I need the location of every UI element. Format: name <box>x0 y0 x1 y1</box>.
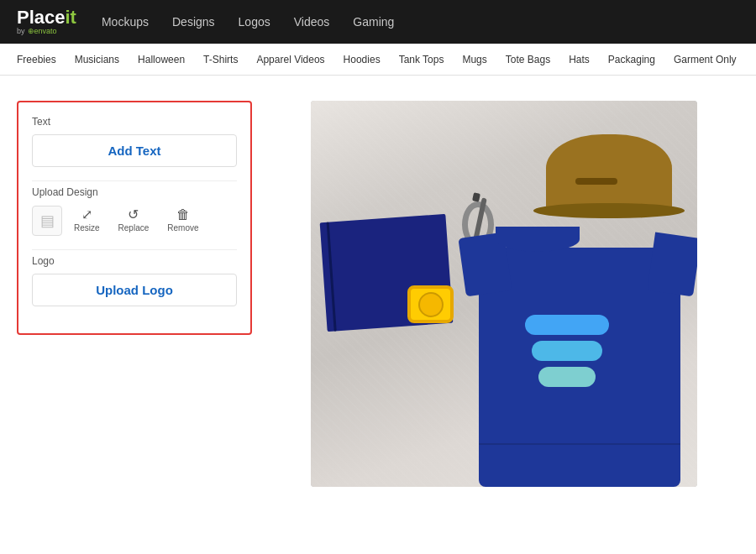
nav-link-designs[interactable]: Designs <box>172 15 215 29</box>
secondary-nav-hats[interactable]: Hats <box>560 44 598 76</box>
nav-link-logos[interactable]: Logos <box>239 15 270 29</box>
tshirt <box>462 227 697 487</box>
nav-item-logos[interactable]: Logos <box>239 14 270 29</box>
replace-icon: ↺ <box>128 208 139 222</box>
secondary-nav-hoodies[interactable]: Hoodies <box>335 44 389 76</box>
logo-bar-middle <box>532 341 602 361</box>
shirt-logo <box>525 315 609 387</box>
logo-bar-top <box>525 315 609 335</box>
add-text-button[interactable]: Add Text <box>32 134 237 167</box>
logo-section: Logo Upload Logo <box>32 255 237 306</box>
left-panel: Text Add Text Upload Design ▤ ⤢ Resize ↺… <box>17 101 252 335</box>
logo: Placeit by ⊕envato <box>17 8 76 35</box>
resize-icon: ⤢ <box>81 208 92 222</box>
main-content: Text Add Text Upload Design ▤ ⤢ Resize ↺… <box>0 84 756 504</box>
top-nav: Placeit by ⊕envato Mockups Designs Logos… <box>0 0 756 44</box>
logo-place: Place <box>17 7 66 28</box>
shirt-right-sleeve <box>647 233 697 297</box>
tape-measure <box>407 285 454 323</box>
logo-envato: ⊕envato <box>28 27 57 35</box>
notebook-spine <box>327 222 337 332</box>
resize-button[interactable]: ⤢ Resize <box>67 205 107 236</box>
secondary-nav-musicians[interactable]: Musicians <box>66 44 128 76</box>
secondary-nav-halloween[interactable]: Halloween <box>129 44 193 76</box>
secondary-nav-tshirts[interactable]: T-Shirts <box>195 44 246 76</box>
upload-logo-button[interactable]: Upload Logo <box>32 274 237 306</box>
upload-placeholder-icon: ▤ <box>40 212 55 230</box>
divider-1 <box>32 180 237 181</box>
mockup-image <box>311 101 697 487</box>
nav-item-gaming[interactable]: Gaming <box>353 14 394 29</box>
secondary-nav-freebies[interactable]: Freebies <box>8 44 65 76</box>
secondary-nav-garment-only[interactable]: Garment Only <box>665 44 745 76</box>
right-panel <box>269 101 739 487</box>
shirt-collar <box>496 227 580 252</box>
hat-decoration <box>533 118 685 227</box>
logo-section-label: Logo <box>32 255 237 267</box>
remove-label: Remove <box>167 223 198 233</box>
nav-link-gaming[interactable]: Gaming <box>353 15 394 29</box>
text-section-label: Text <box>32 116 237 128</box>
nav-item-mockups[interactable]: Mockups <box>102 14 149 29</box>
tape-measure-dial <box>418 292 444 317</box>
logo-bar-bottom <box>538 367 596 387</box>
logo-it: it <box>66 7 76 28</box>
secondary-nav-mugs[interactable]: Mugs <box>454 44 495 76</box>
secondary-nav-tote-bags[interactable]: Tote Bags <box>497 44 559 76</box>
upload-design-row: ▤ ⤢ Resize ↺ Replace 🗑 Remove <box>32 205 237 236</box>
replace-button[interactable]: ↺ Replace <box>112 205 156 236</box>
upload-design-section: Upload Design ▤ ⤢ Resize ↺ Replace 🗑 Rem… <box>32 186 237 236</box>
replace-label: Replace <box>118 223 150 233</box>
remove-button[interactable]: 🗑 Remove <box>160 205 205 236</box>
logo-by-text: by <box>17 27 25 35</box>
upload-design-label: Upload Design <box>32 186 237 198</box>
secondary-nav-apparel-videos[interactable]: Apparel Videos <box>248 44 333 76</box>
top-nav-links: Mockups Designs Logos Videos Gaming <box>102 14 394 29</box>
hat-brim <box>533 203 685 218</box>
shirt-fold-crease <box>479 443 680 445</box>
secondary-nav: Freebies Musicians Halloween T-Shirts Ap… <box>0 44 756 76</box>
nav-link-videos[interactable]: Videos <box>294 15 330 29</box>
nav-link-mockups[interactable]: Mockups <box>102 15 149 29</box>
resize-label: Resize <box>74 223 100 233</box>
upload-design-placeholder: ▤ <box>32 206 62 236</box>
nav-item-designs[interactable]: Designs <box>172 14 215 29</box>
divider-2 <box>32 249 237 250</box>
remove-icon: 🗑 <box>176 208 190 222</box>
hat-crown <box>546 134 672 210</box>
secondary-nav-packaging[interactable]: Packaging <box>600 44 664 76</box>
nav-item-videos[interactable]: Videos <box>294 14 330 29</box>
hat-band <box>575 178 617 185</box>
text-section: Text Add Text <box>32 116 237 167</box>
secondary-nav-tank-tops[interactable]: Tank Tops <box>391 44 453 76</box>
logo-area: Placeit by ⊕envato <box>17 8 76 35</box>
